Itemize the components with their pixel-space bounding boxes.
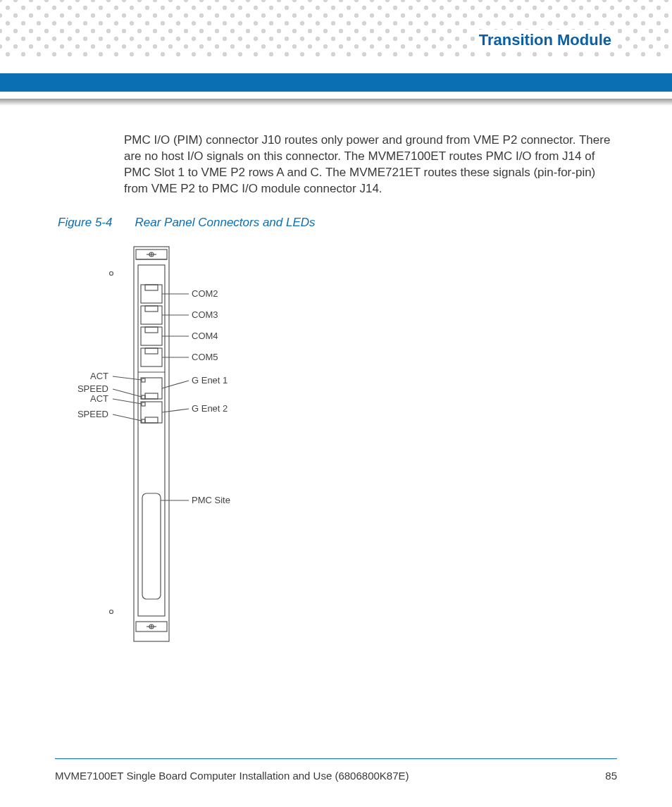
section-title: Transition Module: [475, 30, 616, 51]
svg-rect-18: [145, 393, 158, 399]
label-com4: COM4: [192, 331, 218, 341]
label-pmc: PMC Site: [192, 495, 230, 505]
footer-doc-title: MVME7100ET Single Board Computer Install…: [55, 770, 409, 782]
label-com3: COM3: [192, 309, 218, 320]
page-footer: MVME7100ET Single Board Computer Install…: [55, 770, 617, 782]
svg-line-39: [113, 389, 142, 397]
svg-rect-14: [141, 348, 162, 366]
svg-rect-22: [142, 395, 145, 399]
label-speed1: SPEED: [77, 383, 108, 394]
svg-rect-9: [145, 285, 158, 290]
svg-rect-11: [145, 306, 158, 312]
label-act1: ACT: [90, 371, 108, 381]
svg-rect-20: [145, 417, 158, 423]
svg-rect-13: [145, 327, 158, 333]
svg-line-35: [162, 381, 189, 388]
svg-point-30: [110, 610, 113, 614]
svg-rect-21: [142, 378, 145, 382]
label-speed2: SPEED: [77, 409, 108, 419]
figure-number: Figure 5-4: [58, 216, 112, 229]
svg-rect-24: [142, 419, 145, 423]
svg-rect-25: [142, 493, 161, 599]
svg-line-41: [113, 414, 142, 421]
svg-line-36: [162, 409, 189, 412]
svg-line-40: [113, 399, 142, 404]
body-paragraph: PMC I/O (PIM) connector J10 routes only …: [124, 133, 621, 197]
label-com2: COM2: [192, 288, 218, 299]
footer-rule: [55, 758, 617, 759]
svg-rect-10: [141, 306, 162, 324]
label-enet2: G Enet 2: [192, 403, 228, 414]
figure-caption: Figure 5-4Rear Panel Connectors and LEDs: [58, 216, 316, 230]
svg-rect-23: [142, 402, 145, 406]
svg-point-6: [110, 272, 113, 276]
rear-panel-diagram: COM2 COM3 COM4 COM5 G Enet 1 G Enet 2 PM…: [63, 240, 345, 663]
svg-rect-8: [141, 285, 162, 303]
svg-rect-15: [145, 348, 158, 354]
header-blue-bar: [0, 73, 672, 92]
label-act2: ACT: [90, 393, 108, 404]
label-com5: COM5: [192, 352, 218, 362]
svg-rect-12: [141, 327, 162, 345]
svg-line-38: [113, 376, 142, 380]
figure-title: Rear Panel Connectors and LEDs: [135, 216, 315, 229]
label-enet1: G Enet 1: [192, 375, 228, 386]
header-divider: [0, 99, 672, 106]
footer-page-number: 85: [605, 770, 617, 782]
